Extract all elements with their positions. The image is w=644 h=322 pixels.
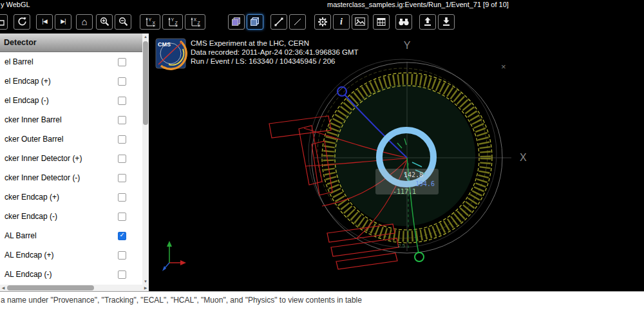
- event-display-canvas[interactable]: Y X ×: [149, 33, 644, 291]
- sidebar-item-ecal-barrel[interactable]: AL Barrel: [0, 226, 142, 245]
- sidebar-item-tracker-outer-barrel[interactable]: cker Outer Barrel: [0, 129, 142, 149]
- vertical-scroll-thumb[interactable]: [143, 41, 148, 125]
- sidebar-item-tracker-inner-detector-minus[interactable]: cker Inner Detector (-): [0, 168, 142, 187]
- event-display-viewport[interactable]: Y X ×: [149, 33, 644, 291]
- svg-text:X: X: [153, 20, 156, 24]
- event-info-line2: Data recorded: 2011-Apr-24 02:36:41.9968…: [191, 48, 359, 56]
- checkbox[interactable]: [118, 174, 126, 182]
- status-bar: a name under "Provenance", "Tracking", "…: [0, 291, 644, 322]
- view-xz-button[interactable]: X Z: [185, 14, 205, 30]
- gear-icon: [317, 17, 328, 27]
- thin-diagonal-icon: [293, 17, 302, 26]
- previous-event-button[interactable]: |◀: [36, 14, 53, 30]
- sidebar-item-pixel-endcap-plus[interactable]: el Endcap (+): [0, 71, 142, 91]
- line-thin-button[interactable]: [289, 14, 306, 30]
- zoom-in-button[interactable]: [96, 14, 113, 30]
- sidebar-item-label: cker Outer Barrel: [0, 135, 118, 144]
- svg-text:Y: Y: [171, 17, 175, 22]
- sidebar-item-pixel-barrel[interactable]: el Barrel: [0, 52, 142, 71]
- image-icon: [355, 17, 365, 26]
- reload-button[interactable]: [14, 14, 30, 30]
- home-icon: ⌂: [81, 17, 87, 26]
- upload-icon: [423, 17, 432, 26]
- checkbox[interactable]: [118, 232, 126, 240]
- sidebar-item-label: el Barrel: [0, 57, 118, 66]
- checkbox[interactable]: [118, 270, 126, 279]
- svg-text:Z: Z: [175, 20, 178, 24]
- orientation-axes-icon: [162, 241, 186, 271]
- sidebar-item-label: cker Inner Detector (+): [0, 154, 118, 163]
- sidebar-item-ecal-endcap-minus[interactable]: AL Endcap (-): [0, 265, 142, 284]
- perspective-view-button[interactable]: [228, 14, 245, 30]
- folder-icon: [0, 17, 5, 26]
- download-button[interactable]: [438, 14, 455, 30]
- next-event-button[interactable]: ▶|: [55, 14, 71, 30]
- measurement-right: 194.6: [415, 180, 435, 187]
- sidebar-item-tracker-endcap-minus[interactable]: cker Endcap (-): [0, 207, 142, 226]
- scroll-right-arrow[interactable]: ▶: [142, 285, 149, 291]
- clipped-open-file-button[interactable]: [0, 14, 8, 30]
- app-title: y WebGL: [1, 1, 30, 8]
- upload-button[interactable]: [419, 14, 436, 30]
- checkbox[interactable]: [118, 213, 126, 221]
- checkbox[interactable]: [118, 251, 126, 260]
- perspective-cube-icon: [231, 17, 242, 27]
- checkbox[interactable]: [118, 155, 126, 163]
- checkbox[interactable]: [118, 135, 126, 144]
- checkbox[interactable]: [118, 77, 126, 86]
- toolbar: |◀ ▶| ⌂ Y X: [0, 10, 644, 33]
- sidebar-header-detector[interactable]: Detector: [0, 33, 142, 52]
- measurement-top: 142.8: [404, 171, 423, 178]
- sidebar-item-tracker-endcap-plus[interactable]: cker Endcap (+): [0, 187, 142, 207]
- measurement-tooltip: 142.8 194.6 -117.1: [375, 169, 439, 195]
- sidebar-vertical-scrollbar[interactable]: ▲ ▼: [142, 33, 149, 285]
- line-solid-button[interactable]: [270, 14, 287, 30]
- scroll-up-arrow[interactable]: ▲: [142, 33, 149, 40]
- view-yx-button[interactable]: Y X: [140, 14, 160, 30]
- orthographic-view-button[interactable]: [247, 14, 263, 30]
- ispy-webgl-window: y WebGL masterclass_samples.ig:Events/Ru…: [0, 0, 644, 322]
- sidebar-item-label: cker Endcap (-): [0, 212, 118, 221]
- search-button[interactable]: [395, 14, 412, 30]
- sidebar-item-label: el Endcap (+): [0, 77, 118, 86]
- checkbox[interactable]: [118, 97, 126, 105]
- svg-text:X: X: [194, 17, 197, 22]
- info-button[interactable]: i: [333, 14, 350, 30]
- checkbox[interactable]: [118, 193, 126, 202]
- detector-tree-panel: Detector el Barrel el Endcap (+) el Endc…: [0, 33, 142, 285]
- home-view-button[interactable]: ⌂: [76, 14, 93, 30]
- eta-label: 2.5: [398, 243, 406, 249]
- close-marker-icon[interactable]: ×: [501, 62, 506, 71]
- zoom-out-button[interactable]: [115, 14, 131, 30]
- checkbox[interactable]: [118, 116, 126, 124]
- cms-logo-text: CMS: [158, 41, 171, 48]
- table-view-button[interactable]: [373, 14, 390, 30]
- status-message: a name under "Provenance", "Tracking", "…: [1, 296, 362, 305]
- sidebar-item-label: el Endcap (-): [0, 96, 118, 105]
- binoculars-icon: [398, 18, 410, 26]
- orthographic-cube-icon: [250, 17, 260, 27]
- checkbox[interactable]: [118, 58, 126, 66]
- table-icon: [377, 17, 386, 26]
- settings-button[interactable]: [314, 14, 331, 30]
- event-info-line3: Run / Event / LS: 163340 / 104345945 / 2…: [191, 57, 335, 65]
- scroll-left-arrow[interactable]: ◀: [0, 285, 6, 291]
- view-yz-button[interactable]: Y Z: [162, 14, 183, 30]
- sidebar-item-pixel-endcap-minus[interactable]: el Endcap (-): [0, 91, 142, 110]
- horizontal-scroll-thumb[interactable]: [7, 285, 94, 290]
- save-image-button[interactable]: [352, 14, 368, 30]
- view-yz-icon: Y Z: [166, 17, 180, 27]
- scroll-down-arrow[interactable]: ▼: [142, 278, 149, 285]
- svg-text:Y: Y: [149, 17, 152, 22]
- sidebar-horizontal-scrollbar[interactable]: ◀ ▶: [0, 285, 149, 291]
- svg-text:Z: Z: [198, 20, 201, 24]
- sidebar-item-tracker-inner-detector-plus[interactable]: cker Inner Detector (+): [0, 149, 142, 168]
- previous-event-icon: |◀: [42, 19, 46, 24]
- document-title: masterclass_samples.ig:Events/Run_1/Even…: [327, 1, 509, 8]
- measurement-left: -117.1: [393, 188, 416, 195]
- sidebar-item-ecal-endcap-plus[interactable]: AL Endcap (+): [0, 245, 142, 265]
- sidebar-item-label: cker Inner Detector (-): [0, 173, 118, 182]
- zoom-in-icon: [100, 17, 109, 26]
- next-event-icon: ▶|: [61, 19, 65, 24]
- sidebar-item-tracker-inner-barrel[interactable]: cker Inner Barrel: [0, 110, 142, 129]
